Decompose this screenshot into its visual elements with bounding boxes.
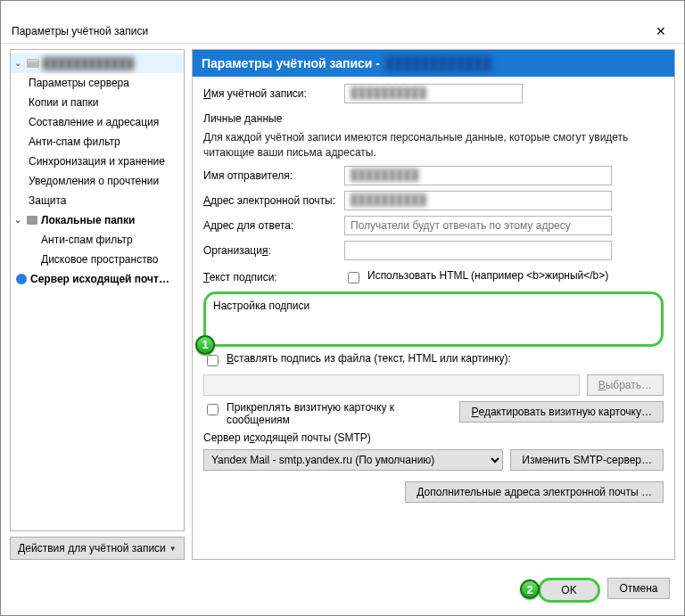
sidebar: ⌄ ████████████ Параметры сервера Копии и…: [10, 49, 185, 560]
smtp-select[interactable]: Yandex Mail - smtp.yandex.ru (По умолчан…: [203, 449, 503, 471]
account-name-blurred: ████████████: [43, 56, 134, 70]
tree-local-folders[interactable]: ⌄ Локальные папки: [11, 210, 184, 230]
account-actions-label: Действия для учётной записи: [18, 542, 166, 554]
email-input[interactable]: ██████████: [344, 191, 612, 210]
tree-outgoing-server[interactable]: Сервер исходящей почт…: [11, 269, 184, 289]
email-label: Адрес электронной почты:: [203, 194, 337, 207]
dialog-window: Параметры учётной записи ✕ ⌄ ███████████…: [0, 0, 685, 616]
html-checkbox-label: Использовать HTML (например <b>жирный</b…: [367, 269, 608, 282]
tree-item-receipts[interactable]: Уведомления о прочтении: [11, 171, 184, 191]
titlebar: Параметры учётной записи ✕: [1, 19, 684, 44]
extra-emails-button[interactable]: Дополнительные адреса электронной почты …: [405, 481, 664, 503]
callout-2: 2: [520, 579, 540, 599]
signature-textarea[interactable]: Настройка подписи: [211, 298, 656, 341]
sender-name-label: Имя отправителя:: [203, 169, 337, 182]
vcard-row[interactable]: Прикреплять визитную карточку к сообщени…: [203, 401, 452, 426]
account-tree: ⌄ ████████████ Параметры сервера Копии и…: [10, 49, 185, 531]
sig-file-checkbox[interactable]: [207, 355, 219, 366]
sig-file-path: [203, 374, 580, 396]
account-name-input[interactable]: ██████████: [344, 84, 523, 103]
tree-item-disk[interactable]: Дисковое пространство: [11, 250, 184, 269]
tree-item-compose[interactable]: Составление и адресация: [11, 112, 184, 132]
sig-label: Текст подписи:: [203, 271, 337, 283]
reply-label: Адрес для ответа:: [203, 219, 337, 232]
local-folders-label: Локальные папки: [41, 213, 136, 227]
vcard-label: Прикреплять визитную карточку к сообщени…: [227, 401, 452, 426]
mail-icon: [27, 59, 39, 68]
callout-1: 1: [195, 335, 215, 355]
sender-name-input[interactable]: █████████: [344, 166, 612, 185]
smtp-label: Сервер исходящей почты (SMTP): [203, 431, 664, 444]
chevron-down-icon: ⌄: [14, 213, 23, 227]
banner: Параметры учётной записи - ████████████: [193, 50, 674, 77]
outgoing-label: Сервер исходящей почт…: [30, 273, 169, 285]
main-pane: Параметры учётной записи - ████████████ …: [192, 49, 675, 560]
tree-item-server[interactable]: Параметры сервера: [11, 73, 184, 93]
close-icon[interactable]: ✕: [645, 21, 677, 42]
org-input[interactable]: [344, 241, 612, 260]
sig-file-row[interactable]: Вставлять подпись из файла (текст, HTML …: [203, 352, 664, 369]
edit-vcard-button[interactable]: Редактировать визитную карточку…: [459, 401, 664, 423]
ok-button[interactable]: OK: [538, 578, 600, 603]
window-title: Параметры учётной записи: [8, 25, 645, 37]
org-label: Организация:: [203, 244, 337, 257]
tree-item-sync[interactable]: Синхронизация и хранение: [11, 152, 184, 171]
reply-input[interactable]: [344, 216, 612, 235]
sig-file-label: Вставлять подпись из файла (текст, HTML …: [227, 352, 511, 365]
folder-icon: [27, 216, 37, 225]
tree-item-antispam[interactable]: Анти-спам фильтр: [11, 132, 184, 152]
browse-button: Выбрать…: [587, 374, 664, 396]
edit-smtp-button[interactable]: Изменить SMTP-сервер…: [510, 449, 664, 471]
tree-account-root[interactable]: ⌄ ████████████: [11, 53, 184, 73]
chevron-down-icon: ⌄: [14, 56, 23, 70]
tree-item-security[interactable]: Защита: [11, 191, 184, 210]
globe-icon: [16, 274, 27, 284]
account-actions-button[interactable]: Действия для учётной записи ▼: [10, 537, 185, 560]
cancel-button[interactable]: Отмена: [607, 578, 670, 599]
dialog-footer: 2 OK Отмена: [1, 569, 684, 615]
personal-desc: Для каждой учётной записи имеются персон…: [203, 130, 664, 160]
account-name-label: ИИмя учётной записи:мя учётной записи:: [203, 87, 337, 100]
tree-item-copies[interactable]: Копии и папки: [11, 93, 184, 112]
vcard-checkbox[interactable]: [207, 404, 219, 415]
banner-account-blurred: ████████████: [385, 56, 491, 70]
html-checkbox-row[interactable]: Использовать HTML (например <b>жирный</b…: [344, 269, 608, 286]
signature-area: Настройка подписи 1: [203, 292, 664, 347]
chevron-down-icon: ▼: [169, 545, 177, 553]
html-checkbox[interactable]: [348, 272, 359, 283]
tree-item-local-antispam[interactable]: Анти-спам фильтр: [11, 230, 184, 250]
personal-title: Личные данные: [203, 112, 664, 125]
banner-title: Параметры учётной записи -: [202, 56, 380, 70]
